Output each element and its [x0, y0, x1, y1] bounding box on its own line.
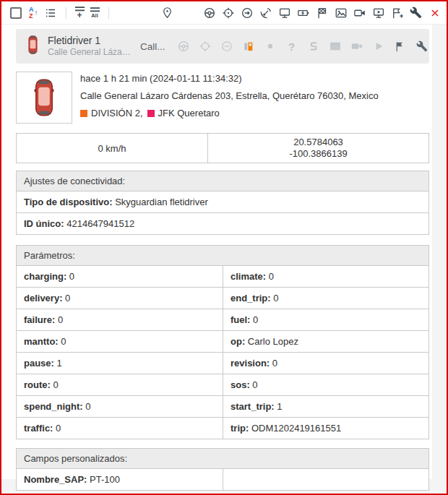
param-value: 0: [53, 379, 58, 390]
param-label: sos:: [231, 379, 250, 390]
param-value: 0: [56, 423, 61, 434]
main-area: Fletidriver 1 Calle General Lázaro ... C…: [1, 25, 447, 494]
telemetry-table: 0 km/h 20.5784063 -100.3866139: [16, 133, 429, 163]
param-value: 0: [253, 314, 258, 325]
steering-wheel-icon[interactable]: [202, 5, 217, 21]
location-pin-icon[interactable]: [160, 5, 176, 21]
steering-wheel-icon[interactable]: [177, 40, 190, 53]
group-label: JFK Queretaro: [158, 108, 220, 119]
empty-cell: [223, 469, 428, 490]
param-value: 0: [273, 293, 278, 304]
video-camera-icon[interactable]: [352, 5, 368, 21]
section-title: Ajustes de conectividad:: [17, 171, 428, 191]
unit-subtitle: Calle General Lázaro ...: [48, 47, 132, 58]
param-value: 1: [57, 358, 62, 369]
field-value: Skyguardian fletidriver: [115, 197, 208, 207]
param-label: op:: [231, 336, 245, 347]
group-tag: DIVISIÓN 2,: [80, 108, 143, 119]
param-value: 0: [85, 401, 90, 412]
level-bars-icon[interactable]: [242, 40, 255, 53]
param-label: pause:: [24, 358, 54, 369]
unit-address: Calle General Lázaro Cárdenas 203, Estre…: [80, 91, 379, 101]
image-icon[interactable]: [329, 40, 342, 53]
plus-glyph: +: [77, 11, 82, 20]
play-icon[interactable]: [372, 40, 385, 53]
group-label: DIVISIÓN 2,: [91, 108, 143, 119]
field-label: ID único:: [24, 218, 64, 229]
screen-play-icon[interactable]: [371, 5, 387, 21]
param-label: charging:: [24, 271, 66, 282]
param-label: traffic:: [24, 423, 53, 434]
section-title: Parámetros:: [17, 246, 428, 265]
parameter-row: delivery: 0 end_trip: 0: [17, 287, 428, 309]
image-icon[interactable]: [333, 5, 349, 21]
window-toolbar: A ↑ Z + All: [1, 1, 447, 25]
param-label: start_trip:: [231, 401, 275, 412]
unit-header-bar: Fletidriver 1 Calle General Lázaro ... C…: [16, 29, 429, 64]
param-value: 0: [269, 271, 274, 282]
target-icon[interactable]: [220, 5, 236, 21]
longitude-value: -100.3866139: [289, 148, 347, 160]
unique-id-row: ID único: 4214647941512: [17, 213, 428, 234]
list-add-icon[interactable]: +: [74, 6, 85, 20]
parameter-row: spend_night: 0 start_trip: 1: [17, 395, 428, 417]
last-message-time: hace 1 h 21 min (2024-01-11 11:34:32): [80, 74, 379, 84]
question-icon[interactable]: ?: [285, 40, 298, 53]
sort-az-icon[interactable]: A ↑ Z: [29, 7, 38, 20]
param-label: end_trip:: [231, 293, 271, 304]
parameter-row: charging: 0 climate: 0: [17, 265, 428, 287]
flag-icon[interactable]: [394, 40, 407, 53]
list-all-icon[interactable]: All: [90, 7, 100, 19]
group-tag: JFK Queretaro: [147, 108, 220, 119]
group-color-square: [147, 110, 155, 117]
latitude-value: 20.5784063: [293, 137, 343, 148]
unit-groups: DIVISIÓN 2, JFK Queretaro: [80, 108, 379, 119]
route-s-icon[interactable]: [307, 40, 320, 53]
parameters-table: Parámetros: charging: 0 climate: 0 deliv…: [16, 245, 429, 439]
param-label: failure:: [24, 314, 55, 325]
close-icon[interactable]: [427, 5, 443, 21]
param-label: fuel:: [231, 314, 250, 325]
parameter-row: traffic: 0 trip: ODM1202419161551: [17, 417, 428, 439]
unit-info-text: hace 1 h 21 min (2024-01-11 11:34:32) Ca…: [80, 72, 379, 126]
scrollbar-track[interactable]: [432, 25, 447, 494]
param-value: 0: [272, 358, 277, 369]
toolbar-separator: [108, 7, 109, 19]
video-camera-icon[interactable]: [350, 40, 363, 53]
wrench-icon[interactable]: [415, 40, 428, 53]
unit-title-block: Fletidriver 1 Calle General Lázaro ...: [48, 35, 132, 58]
param-value: 0: [65, 293, 70, 304]
battery-charge-icon[interactable]: [296, 5, 311, 21]
coordinates: 20.5784063 -100.3866139: [208, 134, 428, 163]
param-value: 0: [69, 271, 74, 282]
select-checkbox[interactable]: [10, 7, 22, 19]
monitor-icon[interactable]: [277, 5, 293, 21]
parameter-row: mantto: 0 op: Carlo Lopez: [17, 330, 428, 352]
unit-photo: [16, 72, 72, 124]
unit-info-row: hace 1 h 21 min (2024-01-11 11:34:32) Ca…: [16, 72, 432, 126]
satellite-icon[interactable]: [258, 5, 274, 21]
unit-title: Fletidriver 1: [48, 35, 132, 47]
param-value: 1: [277, 401, 282, 412]
param-label: delivery:: [24, 293, 62, 304]
param-value: Carlo Lopez: [248, 336, 298, 347]
connectivity-table: Ajustes de conectividad: Tipo de disposi…: [16, 171, 429, 235]
minus-circle-icon[interactable]: [220, 40, 233, 53]
status-dot-icon[interactable]: [264, 40, 277, 53]
list-icon[interactable]: [43, 5, 59, 21]
target-diamond-icon[interactable]: [199, 40, 212, 53]
group-color-square: [80, 110, 87, 117]
content-panel: Fletidriver 1 Calle General Lázaro ... C…: [1, 25, 432, 479]
arrow-circle-right-icon[interactable]: [239, 5, 255, 21]
param-value: 0: [61, 336, 66, 347]
flag-add-icon[interactable]: [389, 5, 405, 21]
section-title: Campos personalizados:: [17, 449, 428, 468]
finish-flag-icon[interactable]: [314, 5, 330, 21]
custom-field-row: Nombre_SAP: PT-100: [17, 468, 428, 490]
param-value: 0: [58, 314, 63, 325]
all-label: All: [91, 13, 98, 19]
param-value: 0: [252, 379, 257, 390]
wrench-icon[interactable]: [408, 5, 424, 21]
param-label: spend_night:: [24, 401, 83, 412]
speed-value: 0 km/h: [17, 134, 208, 163]
